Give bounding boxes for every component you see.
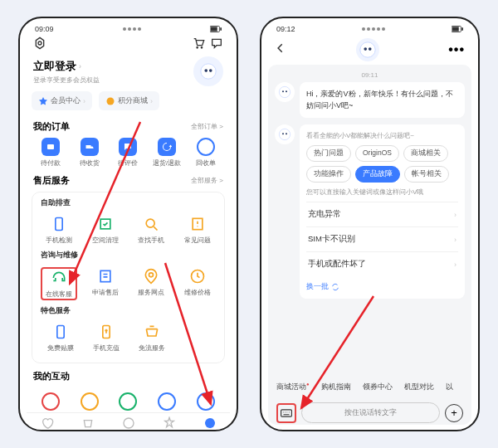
voice-input[interactable]: 按住说话转文字 — [301, 402, 440, 423]
svg-rect-26 — [452, 27, 459, 31]
svg-point-22 — [205, 418, 215, 428]
order-refund[interactable]: 退货/退款 — [149, 138, 185, 168]
after-title: 售后服务 — [33, 174, 70, 187]
orders-title: 我的订单 — [33, 120, 70, 133]
points-mall-pill[interactable]: 积分商城› — [99, 91, 159, 110]
svg-point-17 — [149, 273, 154, 277]
svg-point-32 — [282, 90, 284, 92]
member-center-pill[interactable]: 会员中心› — [32, 91, 92, 110]
add-button[interactable]: + — [445, 404, 463, 422]
message-icon[interactable] — [210, 37, 223, 53]
svg-point-4 — [38, 41, 42, 45]
svg-point-29 — [364, 47, 367, 51]
svg-point-28 — [359, 42, 374, 57]
svg-point-8 — [204, 69, 208, 72]
svg-point-30 — [369, 47, 372, 51]
right-phone: 09:12 ••• 09:11 Hi，亲爱的V粉，新年快乐！有什么问题，不妨问问… — [260, 17, 480, 431]
svg-point-5 — [197, 47, 198, 48]
keyboard-button[interactable] — [276, 403, 296, 423]
svg-point-21 — [124, 418, 134, 428]
svg-point-6 — [201, 47, 202, 48]
svg-point-36 — [286, 133, 287, 134]
avatar[interactable] — [193, 56, 223, 86]
svg-point-31 — [279, 86, 290, 97]
all-orders-link[interactable]: 全部订单 > — [191, 122, 223, 131]
back-icon[interactable] — [275, 42, 286, 57]
greeting-bubble: Hi，亲爱的V粉，新年快乐！有什么问题，不妨问问小V吧~ — [300, 82, 465, 118]
svg-marker-3 — [36, 37, 43, 48]
cart-icon[interactable] — [192, 37, 205, 53]
login-prompt[interactable]: 立即登录› — [33, 59, 100, 74]
svg-point-10 — [107, 97, 115, 105]
online-service[interactable]: 在线客服 — [41, 267, 77, 300]
status-time: 09:09 — [35, 25, 54, 33]
chip-product-fault[interactable]: 产品故障 — [355, 166, 400, 183]
svg-point-35 — [282, 133, 284, 134]
nav-mine[interactable]: 我的 — [203, 416, 217, 431]
svg-point-34 — [279, 129, 290, 139]
svg-rect-1 — [211, 27, 217, 31]
order-recycle[interactable]: 回收单 — [188, 138, 224, 168]
svg-rect-37 — [281, 409, 292, 416]
svg-point-14 — [147, 219, 155, 227]
orders-grid: 待付款 待收货 待评价 退货/退款 回收单 — [32, 138, 225, 173]
order-shipping[interactable]: 待收货 — [71, 138, 108, 168]
bot-avatar — [275, 82, 295, 102]
settings-icon[interactable] — [33, 37, 46, 53]
svg-rect-19 — [57, 326, 64, 338]
swap-batch[interactable]: 换一批 — [306, 276, 458, 292]
svg-point-33 — [286, 90, 287, 92]
more-icon[interactable]: ••• — [448, 42, 465, 57]
battery-icon — [210, 26, 222, 32]
order-pending-pay[interactable]: 待付款 — [32, 138, 69, 168]
svg-rect-12 — [56, 218, 62, 231]
left-phone: 09:09 立即登录› 登录享受更多会员权益 会员中心› 积分商城› 我的订单全… — [18, 17, 238, 431]
svg-rect-11 — [47, 144, 54, 149]
svg-point-7 — [201, 64, 216, 79]
suggestion-card: 看看全能的小V都能解决什么问题吧~ 热门问题 OriginOS 商城相关 功能操… — [300, 124, 465, 299]
status-bar: 09:09 — [27, 23, 230, 37]
bottom-nav: 精选 选购 社区 会员 我的 — [27, 412, 230, 431]
svg-rect-27 — [461, 27, 463, 31]
svg-rect-2 — [220, 27, 222, 31]
quick-links: 商城活动● 购机指南 领券中心 机型对比 以 — [275, 377, 465, 397]
order-review[interactable]: 待评价 — [110, 138, 146, 168]
svg-point-9 — [209, 69, 212, 72]
